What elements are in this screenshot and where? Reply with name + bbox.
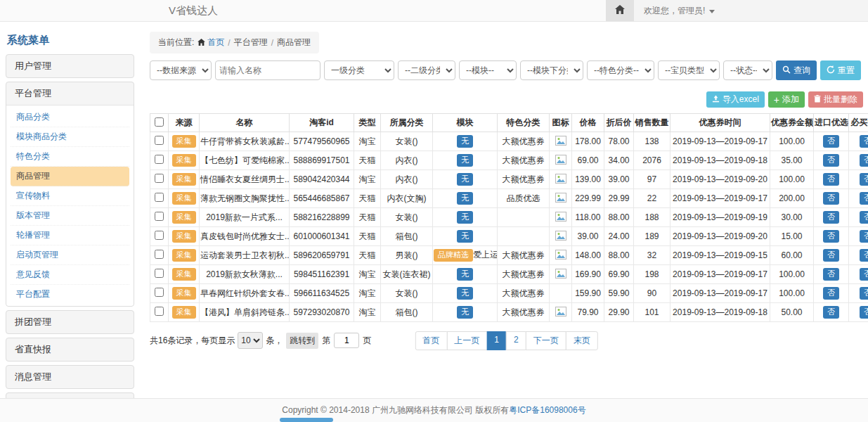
user-menu[interactable]: 欢迎您，管理员! <box>634 0 725 21</box>
filter-select-level1[interactable]: 一级分类 <box>324 60 394 80</box>
sidebar-subitem[interactable]: 轮播管理 <box>11 226 129 245</box>
sidebar-section-3: 省直快报 <box>6 338 134 362</box>
table-row: 采集 薄款无钢圈文胸聚拢性... 565446685867 天猫 内衣(文胸) … <box>150 189 868 208</box>
product-name: 运动套装男士卫衣初秋... <box>200 246 290 265</box>
pager-button[interactable]: 下一页 <box>526 331 566 350</box>
import-select-badge: 否 <box>823 306 839 318</box>
icp-link[interactable]: 粤ICP备16098006号 <box>509 405 585 415</box>
row-checkbox[interactable] <box>155 269 164 278</box>
row-checkbox[interactable] <box>155 193 164 202</box>
column-header: 特色分类 <box>498 114 550 132</box>
category: 男装() <box>381 246 433 265</box>
pager-button[interactable]: 首页 <box>415 331 447 350</box>
select-all-checkbox[interactable] <box>155 117 164 127</box>
reset-button[interactable]: 重置 <box>820 60 861 80</box>
page-number-input[interactable] <box>334 333 359 348</box>
table-header-row: 来源名称淘客id类型所属分类模块特色分类图标价格折后价销售数量优惠券时间优惠券金… <box>150 114 868 132</box>
home-button[interactable] <box>606 0 634 21</box>
filter-input-name[interactable] <box>215 60 320 80</box>
sidebar-title: 系统菜单 <box>6 28 134 54</box>
sidebar-subitem[interactable]: 商品管理 <box>11 167 129 186</box>
price: 159.90 <box>572 284 604 303</box>
home-icon <box>615 4 625 17</box>
module-cell: 无 <box>433 227 498 246</box>
coupon-time: 2019-09-13—2019-09-18 <box>671 303 770 322</box>
taoke-id: 589620659791 <box>290 246 354 265</box>
sidebar-section-header[interactable]: 平台管理 <box>6 82 134 106</box>
discount-price: 24.00 <box>604 227 634 246</box>
column-header: 优惠券时间 <box>671 114 770 132</box>
horizontal-scrollbar-thumb[interactable] <box>280 418 333 422</box>
row-checkbox[interactable] <box>155 136 164 145</box>
sidebar-section-header[interactable]: 用户管理 <box>6 55 134 77</box>
sidebar-subitem[interactable]: 启动页管理 <box>11 245 129 265</box>
icon-cell <box>550 132 572 151</box>
pager-button[interactable]: 2 <box>506 331 526 350</box>
copyright-text: Copyright © 2014-2018 广州九驰网络科技有限公司 版权所有 <box>282 405 509 415</box>
sidebar-subitem[interactable]: 平台配置 <box>11 285 129 304</box>
coupon-time: 2019-09-13—2019-09-17 <box>671 132 770 151</box>
table-row: 采集 早春网红针织外套女春... 596611634525 淘宝 女装() 无 … <box>150 284 868 303</box>
sales-count: 198 <box>634 265 671 284</box>
sidebar-subitem[interactable]: 宣传物料 <box>11 186 129 206</box>
jump-prefix: 第 <box>322 335 330 347</box>
must-buy-badge: 否 <box>860 211 868 223</box>
sidebar-subitem[interactable]: 商品分类 <box>11 108 129 127</box>
column-header: 来源 <box>169 114 200 132</box>
discount-price: 29.99 <box>604 189 634 208</box>
row-checkbox[interactable] <box>155 155 164 164</box>
table-row: 采集 牛仔背带裤女秋装减龄... 577479560965 淘宝 女装() 无 … <box>150 132 868 151</box>
pager-button[interactable]: 1 <box>486 331 507 350</box>
filter-select-item-type[interactable]: --宝贝类型-- <box>658 60 720 80</box>
row-checkbox[interactable] <box>155 307 164 316</box>
icon-cell <box>550 246 572 265</box>
price: 139.00 <box>572 170 604 189</box>
coupon-amount: 30.00 <box>770 208 814 227</box>
sidebar-subitem[interactable]: 意见反馈 <box>11 265 129 285</box>
filter-select-status[interactable]: --状态-- <box>723 60 772 80</box>
import-excel-button[interactable]: 导入excel <box>706 91 765 108</box>
row-checkbox[interactable] <box>155 212 164 221</box>
sidebar-section-header[interactable]: 省直快报 <box>6 338 134 361</box>
filter-select-data-source[interactable]: --数据来源-- <box>150 60 212 80</box>
filter-select-level2[interactable]: --二级分类-- <box>398 60 455 80</box>
module-badge: 无 <box>457 306 473 318</box>
coupon-amount: 100.00 <box>770 170 814 189</box>
row-checkbox[interactable] <box>155 174 164 183</box>
filter-select-module[interactable]: --模块-- <box>459 60 517 80</box>
discount-price: 69.90 <box>604 265 634 284</box>
sales-count: 22 <box>634 189 671 208</box>
row-checkbox[interactable] <box>155 288 164 297</box>
column-header: 折后价 <box>604 114 634 132</box>
coupon-amount: 100.00 <box>770 132 814 151</box>
platform-type: 淘宝 <box>354 132 381 151</box>
sidebar-section-header[interactable]: 消息管理 <box>6 366 134 388</box>
source-badge: 采集 <box>172 306 196 318</box>
sidebar-subitem[interactable]: 版本管理 <box>11 206 129 226</box>
sales-count: 188 <box>634 208 671 227</box>
filter-select-feature[interactable]: --特色分类-- <box>587 60 654 80</box>
row-checkbox[interactable] <box>155 250 164 259</box>
add-button[interactable]: + 添加 <box>768 91 805 108</box>
icon-cell <box>550 170 572 189</box>
per-page-select[interactable]: 10 <box>238 332 263 349</box>
module-cell: 无 <box>433 189 498 208</box>
sidebar-subitem[interactable]: 特色分类 <box>11 147 129 167</box>
sidebar-section-header[interactable]: 拼团管理 <box>6 311 134 333</box>
products-table: 来源名称淘客id类型所属分类模块特色分类图标价格折后价销售数量优惠券时间优惠券金… <box>150 113 868 322</box>
breadcrumb-home-link[interactable]: 首页 <box>197 37 224 49</box>
sidebar-section-0: 用户管理 <box>6 54 134 78</box>
batch-delete-button[interactable]: 批量删除 <box>808 91 863 108</box>
sales-count: 138 <box>634 132 671 151</box>
source-badge: 采集 <box>172 211 196 223</box>
sidebar-subitem[interactable]: 模块商品分类 <box>11 127 129 147</box>
search-button[interactable]: 查询 <box>776 60 817 80</box>
coupon-amount: 60.00 <box>770 246 814 265</box>
row-checkbox[interactable] <box>155 231 164 240</box>
pager-button[interactable]: 上一页 <box>446 331 487 350</box>
pager-button[interactable]: 末页 <box>566 331 598 350</box>
jump-to-button[interactable]: 跳转到 <box>286 333 318 349</box>
filter-select-module-sub[interactable]: --模块下分类-- <box>520 60 583 80</box>
price: 39.00 <box>572 227 604 246</box>
must-buy-badge: 否 <box>860 154 868 166</box>
